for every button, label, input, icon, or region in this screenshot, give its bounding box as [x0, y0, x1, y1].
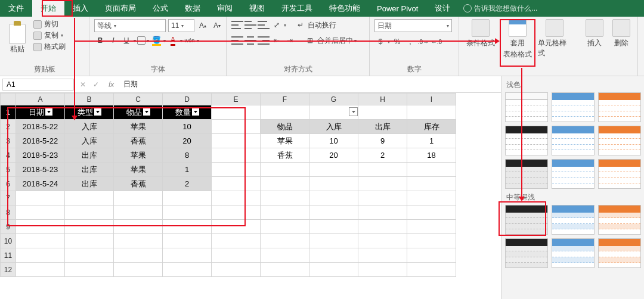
- row-header[interactable]: 12: [1, 263, 16, 277]
- table-style-option[interactable]: [505, 126, 548, 155]
- border-button[interactable]: [137, 36, 145, 45]
- paste-button[interactable]: 粘贴: [5, 19, 30, 58]
- row-header[interactable]: 10: [1, 234, 16, 248]
- tab-insert[interactable]: 插入: [64, 0, 97, 17]
- cell[interactable]: 香蕉: [114, 177, 163, 191]
- underline-button[interactable]: U: [120, 35, 132, 46]
- col-header[interactable]: B: [65, 94, 114, 105]
- col-header[interactable]: H: [358, 94, 407, 105]
- cell[interactable]: 2018-5-23: [16, 163, 65, 177]
- comma-button[interactable]: ,: [404, 36, 416, 48]
- table-style-option[interactable]: [505, 159, 548, 189]
- tab-page-layout[interactable]: 页面布局: [97, 0, 144, 17]
- col-header[interactable]: I: [407, 94, 456, 105]
- increase-decimal-button[interactable]: .0→: [417, 36, 429, 48]
- conditional-format-button[interactable]: 条件格式: [464, 19, 497, 48]
- decrease-indent-button[interactable]: ⇤: [271, 35, 283, 46]
- row-header[interactable]: 9: [1, 220, 16, 234]
- tab-developer[interactable]: 开发工具: [273, 0, 321, 17]
- cell[interactable]: 9: [358, 134, 407, 148]
- row-header[interactable]: 11: [1, 248, 16, 263]
- table-style-option[interactable]: [552, 159, 595, 189]
- cell[interactable]: 入库: [65, 120, 114, 134]
- cancel-icon[interactable]: ✕: [76, 80, 89, 89]
- italic-button[interactable]: I: [107, 35, 119, 46]
- cell[interactable]: 2: [163, 177, 212, 191]
- decrease-decimal-button[interactable]: ←.0: [431, 36, 442, 48]
- format-as-table-button[interactable]: 套用表格格式: [501, 19, 534, 60]
- formula-input[interactable]: 日期: [120, 79, 141, 89]
- cell[interactable]: 20: [309, 148, 358, 163]
- align-center-button[interactable]: [244, 35, 256, 46]
- cell[interactable]: 1: [163, 163, 212, 177]
- table-style-option[interactable]: [552, 92, 595, 122]
- row-header[interactable]: 3: [1, 134, 16, 148]
- col-header[interactable]: E: [212, 94, 261, 105]
- filter-icon[interactable]: [45, 108, 52, 116]
- copy-button[interactable]: 复制 ▾: [33, 30, 66, 41]
- row-header[interactable]: 2: [1, 120, 16, 134]
- delete-cells-button[interactable]: 删除: [610, 19, 633, 48]
- tab-formulas[interactable]: 公式: [144, 0, 177, 17]
- cell[interactable]: 物品: [261, 120, 309, 134]
- col-header[interactable]: G: [309, 94, 358, 105]
- row-header[interactable]: 5: [1, 163, 16, 177]
- col-header[interactable]: C: [114, 94, 163, 105]
- cell[interactable]: 苹果: [114, 163, 163, 177]
- cell-styles-button[interactable]: 单元格样式: [538, 19, 571, 58]
- table-style-option[interactable]: [598, 92, 641, 122]
- cell[interactable]: 入库: [65, 134, 114, 148]
- row-header[interactable]: 8: [1, 205, 16, 220]
- orientation-button[interactable]: ⤢: [271, 19, 283, 31]
- select-all-corner[interactable]: [1, 94, 16, 105]
- cell[interactable]: 2018-5-22: [16, 134, 65, 148]
- table-style-option[interactable]: [552, 126, 595, 155]
- bold-button[interactable]: B: [94, 35, 106, 46]
- tell-me-search[interactable]: 告诉我您想做什么...: [459, 0, 537, 17]
- tab-file[interactable]: 文件: [0, 0, 32, 17]
- cell[interactable]: 2018-5-24: [16, 177, 65, 191]
- wrap-text-button[interactable]: ↵: [295, 19, 306, 31]
- tab-addons[interactable]: 特色功能: [321, 0, 369, 17]
- align-bottom-button[interactable]: [258, 19, 270, 31]
- filter-icon[interactable]: [349, 107, 358, 116]
- cell[interactable]: 10: [309, 134, 358, 148]
- cell[interactable]: 10: [163, 120, 212, 134]
- number-format-combo[interactable]: 日期▾: [374, 19, 452, 32]
- col-header[interactable]: A: [16, 94, 65, 105]
- filter-icon[interactable]: [192, 108, 199, 116]
- cell[interactable]: 1: [407, 134, 456, 148]
- cell[interactable]: 苹果: [261, 134, 309, 148]
- cell[interactable]: 2018-5-22: [16, 120, 65, 134]
- name-box[interactable]: A1: [2, 79, 74, 91]
- cell[interactable]: 8: [163, 148, 212, 163]
- cell[interactable]: 出库: [358, 120, 407, 134]
- tab-view[interactable]: 视图: [241, 0, 273, 17]
- cut-button[interactable]: 剪切: [33, 19, 66, 29]
- table-style-option[interactable]: [598, 238, 641, 268]
- cell[interactable]: 出库: [65, 177, 114, 191]
- table-style-option[interactable]: [552, 205, 595, 235]
- cell[interactable]: 出库: [65, 148, 114, 163]
- increase-indent-button[interactable]: ⇥: [284, 35, 296, 46]
- table-style-option[interactable]: [552, 238, 595, 268]
- font-color-button[interactable]: A: [167, 35, 179, 46]
- tab-data[interactable]: 数据: [177, 0, 209, 17]
- align-right-button[interactable]: [258, 35, 270, 46]
- tab-home[interactable]: 开始: [32, 0, 64, 17]
- align-middle-button[interactable]: [244, 19, 256, 31]
- row-header[interactable]: 7: [1, 191, 16, 205]
- table-style-option[interactable]: [598, 126, 641, 155]
- table-header-cell[interactable]: 物品: [114, 105, 163, 120]
- font-size-combo[interactable]: 11▾: [168, 19, 194, 32]
- table-style-option[interactable]: [505, 92, 548, 122]
- tab-design[interactable]: 设计: [426, 0, 459, 17]
- row-header[interactable]: 4: [1, 148, 16, 163]
- table-header-cell[interactable]: 日期: [16, 105, 65, 120]
- cell[interactable]: 入库: [309, 120, 358, 134]
- worksheet[interactable]: A B C D E F G H I 1 日期 类型 物品 数量 2 2018-5…: [0, 93, 501, 277]
- table-style-option[interactable]: [598, 159, 641, 189]
- phonetic-button[interactable]: wén: [184, 35, 196, 46]
- col-header[interactable]: D: [163, 94, 212, 105]
- font-name-combo[interactable]: 等线▾: [94, 19, 166, 32]
